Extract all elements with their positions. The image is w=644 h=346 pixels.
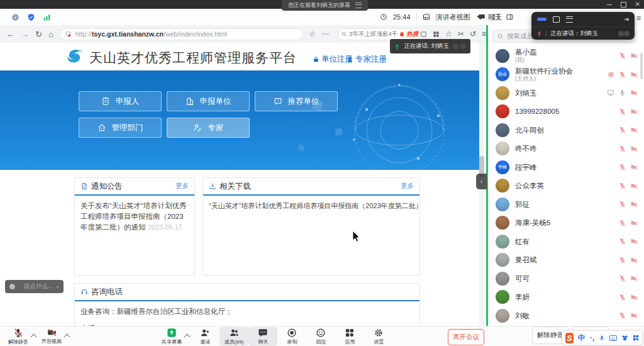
member-row[interactable]: 可可 — [488, 269, 644, 288]
extensions-grid-icon[interactable] — [433, 31, 440, 38]
footer-settings-button[interactable]: 设置 — [364, 327, 393, 346]
speaker-mic-icon — [536, 30, 542, 37]
management-dept-button[interactable]: 管理部门 — [79, 118, 162, 138]
member-row[interactable]: 北斗同创 — [488, 121, 644, 140]
footer-share-screen-button[interactable]: 共享屏幕 — [157, 327, 186, 346]
member-row[interactable]: 慕小磊(我) — [488, 47, 644, 65]
cam-off-icon — [630, 294, 638, 301]
chat-panel-tab[interactable]: 聊天 — [478, 9, 502, 25]
ime-lang-toggle[interactable]: 中 — [578, 333, 586, 343]
bookmark-star-icon[interactable]: ☆ — [309, 30, 316, 38]
collapse-left-icon[interactable]: ‹ — [57, 284, 58, 290]
footer-apps-button[interactable]: 应用 — [335, 327, 364, 346]
forward-icon[interactable]: → — [21, 30, 29, 39]
applicant-button[interactable]: 申报人 — [79, 91, 162, 111]
minimize-icon[interactable] — [607, 4, 612, 5]
member-row[interactable]: 公众李英 — [488, 177, 644, 196]
recommend-unit-button[interactable]: 推荐单位 — [255, 91, 338, 111]
footer-chat-button[interactable]: 聊天 — [248, 327, 277, 346]
view-mode-selector[interactable]: 演讲者视图 — [436, 13, 470, 22]
video-window-icon[interactable] — [553, 16, 560, 23]
ime-mic-icon[interactable] — [599, 335, 605, 342]
member-row[interactable]: 刘炳玉 — [488, 84, 644, 103]
address-bar[interactable]: http://tsyc.gxt.tianshanzw.cn/web/index/… — [60, 28, 304, 40]
back-icon[interactable]: ← — [6, 30, 14, 39]
list-view-icon[interactable] — [566, 16, 573, 23]
cam-off-icon — [630, 220, 638, 226]
network-signal-icon[interactable] — [43, 13, 51, 21]
ime-toolbar[interactable]: S 中 ·, — [562, 330, 643, 345]
add-bookmark-icon[interactable]: ☆ — [445, 30, 452, 38]
menu-icon[interactable] — [355, 3, 362, 8]
browser-search-box[interactable]: 3年不上班涨薪4千 热搜 — [338, 28, 414, 40]
reload-icon[interactable]: ↻ — [35, 30, 42, 39]
ime-punctuation-icon[interactable]: ·, — [590, 333, 594, 342]
panel-menu-icon[interactable]: ≡ — [636, 14, 641, 23]
info-icon[interactable] — [11, 13, 19, 21]
member-row[interactable]: 咚不咚 — [488, 140, 644, 159]
security-shield-icon[interactable] — [27, 13, 35, 21]
expert-button[interactable]: 专家 — [167, 118, 250, 138]
ime-keyboard-icon[interactable] — [609, 335, 617, 341]
members-icon — [229, 328, 240, 338]
watching-screen-pill[interactable]: 您正在观看刘炳玉的屏幕 — [282, 0, 368, 11]
maximize-icon[interactable] — [621, 2, 626, 8]
ime-toolbox-icon[interactable] — [633, 335, 639, 341]
member-row[interactable]: 海康-吴杨5 — [488, 214, 644, 233]
member-row[interactable]: 红有 — [488, 232, 644, 251]
applicant-unit-button[interactable]: 申报单位 — [167, 91, 250, 111]
footer-react-button[interactable]: 回应 — [306, 327, 335, 346]
cam-off-icon — [630, 89, 638, 96]
footer-unmute-button[interactable]: 解除静音 — [4, 327, 33, 346]
mic-off-icon — [13, 328, 23, 338]
chat-bubble-icon — [258, 328, 268, 338]
member-row[interactable]: 13999228005 — [488, 103, 644, 121]
footer-record-label: 录制 — [287, 338, 297, 345]
avatar — [496, 198, 509, 211]
download-more-link[interactable]: 更多 — [401, 182, 414, 191]
member-row[interactable]: 协会 新疆软件行业协会(主持人) — [488, 65, 644, 84]
panel-collapse-handle[interactable]: ‹ — [476, 174, 487, 189]
more-options-icon[interactable]: ⋯ — [321, 30, 329, 38]
expert-register-link[interactable]: 专家注册 — [347, 54, 387, 65]
notice-item[interactable]: 关于发布“天山英才”培养计划优秀工程师培养项目申报指南（2023年度第二批）的通… — [75, 196, 194, 233]
browser-menu-icon[interactable]: ≡ — [482, 30, 486, 38]
member-row[interactable]: 郭征 — [488, 195, 644, 214]
footer-members-button[interactable]: 成员(69) — [219, 327, 248, 346]
download-icon — [209, 182, 216, 190]
notice-more-link[interactable]: 更多 — [175, 182, 189, 191]
screenshot-scissors-icon[interactable]: ✂ — [458, 30, 464, 38]
footer-start-video-button[interactable]: 开启视频 — [37, 327, 66, 346]
member-row[interactable]: 曼召斌 — [488, 251, 644, 270]
member-name: 13999228005 — [515, 108, 559, 115]
avatar — [496, 235, 509, 248]
quick-chat-input[interactable]: 说点什么... ‹ — [5, 280, 64, 293]
download-card-title: 相关下载 — [219, 181, 251, 192]
member-row[interactable]: 李妍 — [488, 288, 644, 307]
ime-logo-icon[interactable]: S — [565, 333, 574, 343]
audio-mode-indicator[interactable] — [537, 18, 547, 21]
site-security-icon[interactable] — [65, 31, 72, 38]
download-item[interactable]: “天山英才”培养计划优秀工程师培养项目申报指南（2023年度第二批）2023-0… — [203, 196, 419, 211]
member-row[interactable]: 宇峰 段宇峰 — [488, 158, 644, 177]
footer-center-controls: 共享屏幕 邀请 成员(69) 聊天 录制 回应 应用 设置 — [157, 327, 393, 346]
member-name: 新疆软件行业协会 — [515, 67, 573, 75]
home-icon[interactable]: ⌂ — [48, 30, 53, 39]
close-icon[interactable]: ✕ — [635, 1, 640, 8]
leave-meeting-button[interactable]: 离开会议 — [448, 329, 484, 345]
ime-skin-icon[interactable] — [621, 335, 628, 341]
mic-off-icon — [619, 108, 626, 115]
building-icon — [186, 97, 194, 106]
footer-invite-button[interactable]: 邀请 — [191, 327, 219, 346]
mic-off-icon — [619, 164, 626, 170]
popout-icon[interactable]: ⇥ — [624, 16, 629, 23]
footer-record-button[interactable]: 录制 — [277, 327, 306, 346]
history-icon[interactable]: ↺ — [470, 30, 476, 38]
footer-settings-label: 设置 — [374, 338, 384, 345]
reader-mode-icon[interactable] — [420, 31, 427, 38]
member-row[interactable]: 刘敬 — [488, 306, 644, 325]
floating-speaking-label: 正在讲话：刘炳玉 — [550, 30, 598, 38]
member-list-scrollbar[interactable] — [640, 53, 643, 79]
floating-video-dock[interactable]: ⇥ 正在讲话：刘炳玉 — [531, 12, 635, 40]
side-panel-layout-icon[interactable] — [506, 13, 514, 21]
